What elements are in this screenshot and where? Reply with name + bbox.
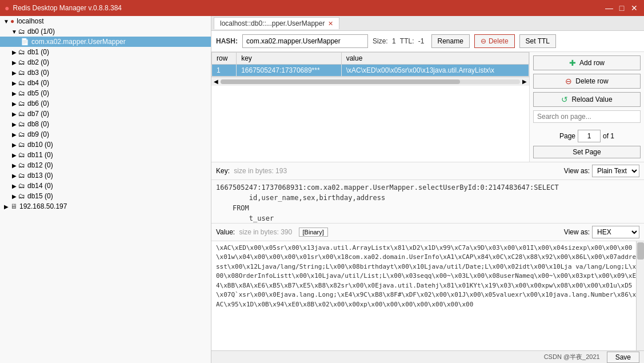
key-icon: 📄 [21,38,29,46]
key-view-dropdown[interactable]: Plain Text HEX JSON [592,165,639,177]
key-name-input[interactable] [242,34,368,48]
binary-badge-button[interactable]: [Binary] [299,228,328,237]
db7-label: db7 (0) [27,110,49,118]
set-page-button[interactable]: Set Page [533,146,641,158]
db9-label: db9 (0) [27,130,49,138]
db5-label: db5 (0) [27,89,49,97]
expand-icon: ▶ [10,121,18,127]
set-ttl-button[interactable]: Set TTL [519,34,556,48]
tab-bar: localhost::db0::...pper.UserMapper ✕ [211,16,644,31]
db4-label: db4 (0) [27,79,49,87]
table-area: row key value 11667505247:17370689***\xA… [211,52,644,162]
add-row-button[interactable]: ✚ Add row [533,55,641,70]
db6-label: db6 (0) [27,99,49,107]
minimize-button[interactable]: — [604,3,614,13]
sidebar-item-db9[interactable]: ▶ 🗂 db9 (0) [0,129,211,139]
reload-value-button[interactable]: ↺ Reload Value [533,92,641,107]
cell-row: 1 [212,65,237,77]
db0-label: db0 (1/0) [27,27,55,35]
expand-icon: ▶ [10,162,18,169]
sidebar-item-db1[interactable]: ▶ 🗂 db1 (0) [0,47,211,57]
db12-label: db12 (0) [27,161,53,169]
db1-label: db1 (0) [27,48,49,56]
close-button[interactable]: ✕ [629,3,639,13]
db-icon: 🗂 [18,171,25,179]
value-info-meta: size in bytes: 390 [239,228,292,236]
sidebar-item-usermapper[interactable]: 📄 com.xa02.mapper.UserMapper [0,37,211,47]
page-number-input[interactable] [578,130,601,142]
expand-icon: ▶ [10,59,18,66]
db14-label: db14 (0) [27,182,53,190]
page-label: Page [559,132,575,140]
save-button[interactable]: Save [607,352,639,363]
delete-row-button[interactable]: ⊖ Delete row [533,74,641,89]
left-arrow[interactable]: ◀ [214,78,218,85]
expand-icon: ▶ [10,70,18,76]
sidebar-item-db7[interactable]: ▶ 🗂 db7 (0) [0,109,211,119]
right-panel: ✚ Add row ⊖ Delete row ↺ Reload Value Pa… [530,52,644,162]
footer: CSDN @半夜_2021 Save [211,350,644,363]
key-header: HASH: Size: 1 TTL: -1 Rename ⊖ Delete Se… [211,31,644,52]
value-info-bar: Value: size in bytes: 390 [Binary] View … [211,224,644,241]
size-label: Size: 1 TTL: -1 [373,37,427,45]
sidebar-item-db13[interactable]: ▶ 🗂 db13 (0) [0,170,211,181]
sidebar-item-db11[interactable]: ▶ 🗂 db11 (0) [0,150,211,160]
sidebar-item-db12[interactable]: ▶ 🗂 db12 (0) [0,160,211,170]
table-row[interactable]: 11667505247:17370689***\xAC\xED\x00\x05s… [212,65,529,77]
col-key: key [237,53,341,65]
sidebar-item-db8[interactable]: ▶ 🗂 db8 (0) [0,119,211,129]
cell-key: 1667505247:17370689*** [237,65,341,77]
expand-icon: ▶ [10,152,18,158]
expand-icon: ▼ [2,18,10,25]
server2-label: 192.168.50.197 [19,202,67,210]
value-info-label: Value: [216,228,235,236]
plus-icon: ✚ [569,58,576,67]
db2-label: db2 (0) [27,58,49,66]
tab-close-button[interactable]: ✕ [328,20,333,27]
sidebar-item-db14[interactable]: ▶ 🗂 db14 (0) [0,181,211,191]
page-control: Page of 1 [533,130,641,142]
db-icon: 🗂 [18,192,25,200]
db-icon: 🗂 [18,120,25,128]
value-scrollbar[interactable] [636,241,644,351]
value-view-select: View as: HEX Plain Text JSON [564,226,639,238]
sidebar-item-server2[interactable]: ▶ 🖥 192.168.50.197 [0,201,211,212]
sidebar-item-db6[interactable]: ▶ 🗂 db6 (0) [0,98,211,109]
maximize-button[interactable]: □ [617,3,627,13]
expand-icon: ▶ [10,193,18,200]
sidebar-item-db4[interactable]: ▶ 🗂 db4 (0) [0,78,211,88]
server2-icon: 🖥 [10,202,17,210]
tab-usermapper[interactable]: localhost::db0::...pper.UserMapper ✕ [214,17,339,29]
delete-button[interactable]: ⊖ Delete [474,34,515,48]
sidebar-item-localhost[interactable]: ▼ ● localhost [0,16,211,26]
key-info-label: Key: [216,167,230,175]
value-hex-content: \xAC\xED\x00\x05sr\x00\x13java.util.Arra… [211,241,644,351]
sidebar-item-db10[interactable]: ▶ 🗂 db10 (0) [0,139,211,150]
col-value: value [341,53,529,65]
db-icon: 🗂 [18,69,25,77]
sidebar-item-db0[interactable]: ▼ 🗂 db0 (1/0) [0,26,211,37]
db10-label: db10 (0) [27,141,53,149]
key-text-area: 1667505247:1737068931:com.xa02.mapper.Us… [211,180,644,224]
key-info-meta: size in bytes: 193 [234,167,287,175]
table-body: 11667505247:17370689***\xAC\xED\x00\x05s… [212,65,529,77]
data-table-container: row key value 11667505247:17370689***\xA… [211,52,530,162]
db-icon: 🗂 [18,79,25,87]
sidebar-item-db5[interactable]: ▶ 🗂 db5 (0) [0,88,211,98]
sidebar-item-db3[interactable]: ▶ 🗂 db3 (0) [0,67,211,78]
sidebar-item-db2[interactable]: ▶ 🗂 db2 (0) [0,57,211,67]
right-arrow[interactable]: ▶ [522,78,527,85]
key-text-content: 1667505247:1737068931:com.xa02.mapper.Us… [211,180,644,223]
value-view-dropdown[interactable]: HEX Plain Text JSON [592,226,639,238]
value-info-left: Value: size in bytes: 390 [Binary] [216,228,328,237]
title-bar-controls[interactable]: — □ ✕ [604,3,639,13]
server-icon: ● [10,17,14,25]
key-text-pre: 1667505247:1737068931:com.xa02.mapper.Us… [216,182,639,223]
db13-label: db13 (0) [27,171,53,179]
sidebar-item-db15[interactable]: ▶ 🗂 db15 (0) [0,191,211,201]
value-hex-area: \xAC\xED\x00\x05sr\x00\x13java.util.Arra… [211,241,644,351]
db11-label: db11 (0) [27,151,53,159]
rename-button[interactable]: Rename [431,34,470,48]
search-input[interactable] [533,110,641,123]
db-icon: 🗂 [18,48,25,56]
